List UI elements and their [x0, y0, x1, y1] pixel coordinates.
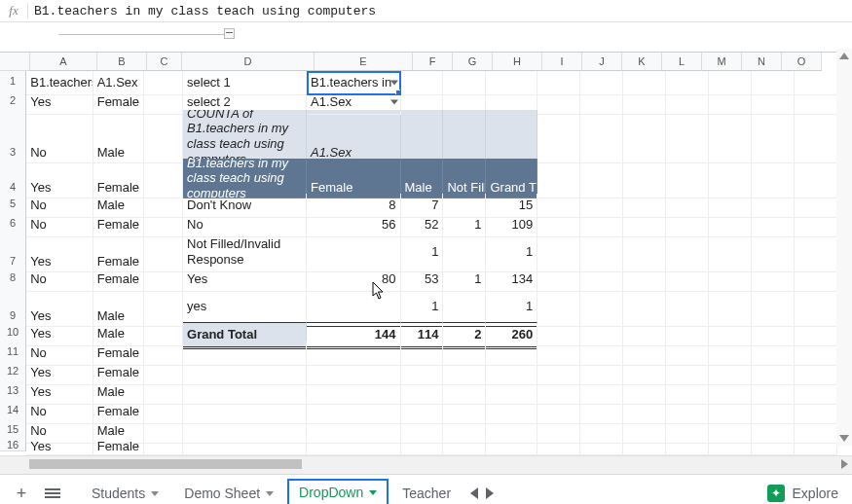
add-sheet-button[interactable]: +	[8, 480, 35, 504]
row-header-2[interactable]: 2	[0, 90, 26, 111]
cell-D16[interactable]	[183, 439, 307, 455]
all-sheets-button[interactable]	[39, 480, 66, 504]
cell-C3[interactable]	[144, 110, 183, 163]
cell-E16[interactable]	[307, 439, 400, 455]
cell-B3[interactable]: Male	[93, 110, 145, 163]
scroll-right-icon[interactable]	[841, 459, 848, 469]
column-header-A[interactable]: A	[30, 53, 97, 71]
cell-G16[interactable]	[443, 439, 486, 455]
cell-M16[interactable]	[709, 439, 752, 455]
chevron-down-icon[interactable]	[266, 491, 274, 496]
sheet-nav-right[interactable]	[486, 487, 494, 499]
chevron-down-icon[interactable]	[151, 491, 159, 496]
cell-N4[interactable]	[752, 159, 795, 198]
cell-N7[interactable]	[752, 233, 795, 272]
horizontal-scroll-thumb[interactable]	[29, 459, 302, 469]
cell-J9[interactable]	[580, 287, 623, 327]
column-header-D[interactable]: D	[182, 53, 315, 71]
column-header-I[interactable]: I	[542, 53, 582, 71]
row-header-9[interactable]: 9	[0, 287, 26, 325]
cell-B7[interactable]: Female	[93, 233, 145, 272]
cell-I3[interactable]	[537, 110, 580, 163]
cell-L7[interactable]	[666, 233, 709, 272]
cell-E3[interactable]: A1.Sex	[307, 110, 400, 163]
cell-O4[interactable]	[795, 159, 837, 198]
row-header-12[interactable]: 12	[0, 361, 26, 381]
row-header-10[interactable]: 10	[0, 322, 26, 342]
cell-K3[interactable]	[623, 110, 666, 163]
cell-J4[interactable]	[580, 159, 623, 198]
vertical-scrollbar[interactable]	[836, 49, 852, 446]
cell-O9[interactable]	[795, 287, 837, 327]
cell-B16[interactable]: Female	[93, 439, 145, 455]
sheet-tab-teacher[interactable]: Teacher	[390, 479, 463, 504]
cell-L16[interactable]	[666, 439, 709, 455]
sheet-tab-dropdown[interactable]: DropDown	[287, 479, 389, 504]
cell-M9[interactable]	[709, 287, 752, 327]
chevron-down-icon[interactable]	[369, 490, 377, 495]
row-header-5[interactable]: 5	[0, 194, 26, 214]
formula-input[interactable]: B1.teachers in my class teach using comp…	[34, 4, 376, 18]
cell-K16[interactable]	[623, 439, 666, 455]
column-header-O[interactable]: O	[782, 53, 822, 71]
sheet-nav-left[interactable]	[470, 487, 478, 499]
cell-E4[interactable]: Female	[307, 159, 400, 198]
row-header-8[interactable]: 8	[0, 268, 26, 288]
column-header-J[interactable]: J	[582, 53, 622, 71]
cell-F3[interactable]	[401, 110, 444, 163]
cell-H9[interactable]: 1	[486, 287, 537, 327]
column-header-B[interactable]: B	[97, 53, 147, 71]
column-header-G[interactable]: G	[453, 53, 493, 71]
row-header-3[interactable]: 3	[0, 110, 26, 162]
cell-H16[interactable]	[486, 439, 537, 455]
row-header-11[interactable]: 11	[0, 342, 26, 362]
cell-I9[interactable]	[537, 287, 580, 327]
selection-handle[interactable]	[395, 90, 401, 95]
cell-N3[interactable]	[752, 110, 795, 163]
column-header-F[interactable]: F	[413, 53, 453, 71]
cell-C9[interactable]	[144, 287, 183, 327]
explore-button[interactable]: Explore	[767, 485, 838, 502]
cell-L4[interactable]	[666, 159, 709, 198]
cell-G9[interactable]	[443, 287, 486, 327]
scroll-down-icon[interactable]	[839, 435, 849, 442]
cell-L9[interactable]	[666, 287, 709, 327]
cell-M4[interactable]	[709, 159, 752, 198]
cell-O3[interactable]	[795, 110, 837, 163]
cell-E9[interactable]	[307, 287, 400, 327]
cell-K4[interactable]	[623, 159, 666, 198]
cell-A7[interactable]: Yes	[26, 233, 93, 272]
sheet-tab-students[interactable]: Students	[80, 479, 170, 504]
cell-D7[interactable]: Not Filled/Invalid Response	[183, 233, 307, 272]
row-header-16[interactable]: 16	[0, 439, 26, 451]
cell-I4[interactable]	[537, 159, 580, 198]
cell-F9[interactable]: 1	[401, 287, 444, 327]
column-header-H[interactable]: H	[493, 53, 542, 71]
cell-I16[interactable]	[537, 439, 580, 455]
scroll-up-icon[interactable]	[839, 53, 849, 59]
cell-O7[interactable]	[795, 233, 837, 272]
cell-J3[interactable]	[580, 110, 623, 163]
cell-C4[interactable]	[144, 159, 183, 198]
group-collapse-toggle[interactable]	[224, 28, 235, 39]
cell-B4[interactable]: Female	[93, 159, 145, 198]
cell-B9[interactable]: Male	[93, 287, 145, 327]
spreadsheet-grid[interactable]: ABCDEFGHIJKLMNO1B1.teachersA1.Sexselect …	[0, 53, 852, 455]
column-header-N[interactable]: N	[742, 53, 782, 71]
row-header-7[interactable]: 7	[0, 233, 26, 270]
row-header-1[interactable]: 1	[0, 71, 26, 91]
cell-J16[interactable]	[580, 439, 623, 455]
cell-L3[interactable]	[666, 110, 709, 163]
cell-K7[interactable]	[623, 233, 666, 272]
cell-G4[interactable]: Not Fille	[443, 159, 486, 198]
cell-G3[interactable]	[443, 110, 486, 163]
cell-O16[interactable]	[795, 439, 837, 455]
cell-A4[interactable]: Yes	[26, 159, 93, 198]
cell-G7[interactable]	[443, 233, 486, 272]
cell-F4[interactable]: Male	[401, 159, 444, 198]
cell-D3[interactable]: COUNTA of B1.teachers in my class teach …	[183, 110, 307, 163]
cell-M3[interactable]	[709, 110, 752, 163]
column-header-E[interactable]: E	[315, 53, 413, 71]
cell-F16[interactable]	[401, 439, 444, 455]
cell-F7[interactable]: 1	[401, 233, 444, 272]
